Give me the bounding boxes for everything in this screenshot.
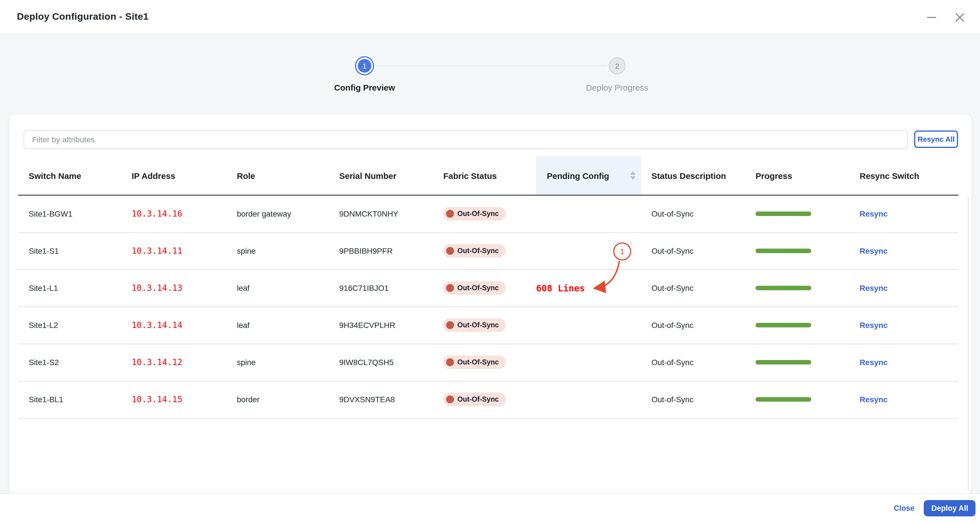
- column-header-status-description[interactable]: Status Description: [641, 156, 745, 195]
- dialog-footer: Close Deploy All: [0, 493, 980, 522]
- resync-cell: Resync: [849, 344, 959, 381]
- status-dot-icon: [446, 284, 454, 292]
- resync-link[interactable]: Resync: [860, 283, 888, 293]
- progress-bar: [756, 286, 811, 290]
- resync-all-button[interactable]: Resync All: [914, 130, 958, 148]
- status-badge: Out-Of-Sync: [443, 355, 506, 369]
- status-badge-label: Out-Of-Sync: [457, 210, 499, 218]
- screen: Deploy Configuration - Site1 1 2 Config …: [0, 0, 980, 522]
- serial-number-cell: 9DNMCKT0NHY: [329, 195, 433, 232]
- step-2-number: 2: [609, 57, 625, 74]
- step-1-ring: 1: [355, 56, 374, 75]
- sort-icon[interactable]: [630, 171, 636, 180]
- column-header-role[interactable]: Role: [226, 156, 329, 195]
- deploy-configuration-dialog: Deploy Configuration - Site1 1 2 Config …: [0, 0, 980, 522]
- status-badge-label: Out-Of-Sync: [457, 321, 499, 329]
- step-1-indicator[interactable]: 1: [355, 56, 374, 75]
- progress-bar: [756, 212, 811, 216]
- config-preview-card: Resync All Switch Name IP Address Role S…: [9, 115, 972, 493]
- resync-cell: Resync: [849, 195, 959, 232]
- status-badge: Out-Of-Sync: [443, 281, 506, 295]
- status-description-cell: Out-of-Sync: [641, 195, 745, 232]
- column-header-progress[interactable]: Progress: [745, 156, 849, 195]
- status-badge-label: Out-Of-Sync: [457, 395, 499, 403]
- deploy-all-button[interactable]: Deploy All: [924, 500, 975, 516]
- role-cell: border: [226, 381, 329, 418]
- status-badge-label: Out-Of-Sync: [457, 358, 499, 366]
- filter-input[interactable]: [24, 130, 908, 149]
- progress-bar: [756, 397, 811, 402]
- close-dialog-button[interactable]: Close: [894, 504, 915, 512]
- column-header-resync-switch[interactable]: Resync Switch: [849, 156, 959, 195]
- status-dot-icon: [446, 321, 454, 329]
- switches-table: Switch Name IP Address Role Serial Numbe…: [18, 156, 959, 418]
- switch-name-cell: Site1-L1: [18, 269, 121, 307]
- column-header-pending-config[interactable]: Pending Config: [536, 156, 641, 195]
- role-cell: leaf: [226, 307, 329, 344]
- role-cell: border gateway: [226, 195, 329, 232]
- fabric-status-cell: Out-Of-Sync: [433, 232, 536, 269]
- column-header-switch-name[interactable]: Switch Name: [18, 156, 121, 195]
- window-controls: [925, 0, 967, 34]
- ip-address-cell: 10.3.14.11: [121, 232, 226, 269]
- switch-name-cell: Site1-BL1: [18, 381, 121, 418]
- step-2-indicator[interactable]: 2: [609, 57, 625, 74]
- serial-number-cell: 9H34ECVPLHR: [329, 307, 433, 344]
- progress-bar: [756, 323, 811, 327]
- table-row: Site1-S2 10.3.14.12 spine 9IW8CL7QSH5 Ou…: [18, 344, 959, 381]
- fabric-status-cell: Out-Of-Sync: [433, 344, 536, 381]
- table-row: Site1-L2 10.3.14.14 leaf 9H34ECVPLHR Out…: [18, 307, 959, 344]
- resync-cell: Resync: [849, 232, 959, 269]
- column-header-fabric-status[interactable]: Fabric Status: [433, 156, 536, 195]
- close-icon: [953, 11, 966, 23]
- resync-link[interactable]: Resync: [860, 358, 888, 367]
- resync-link[interactable]: Resync: [860, 210, 888, 218]
- stepper-connector: [376, 65, 608, 66]
- pending-config-cell: [536, 381, 641, 418]
- sort-descending-icon: [630, 176, 636, 180]
- pending-config-header-label: Pending Config: [547, 171, 609, 180]
- close-button[interactable]: [953, 10, 967, 24]
- fabric-status-cell: Out-Of-Sync: [433, 195, 536, 232]
- ip-address-cell: 10.3.14.14: [121, 307, 226, 344]
- table-row: Site1-BGW1 10.3.14.16 border gateway 9DN…: [18, 195, 959, 232]
- resync-link[interactable]: Resync: [860, 247, 888, 255]
- pending-config-lines-link[interactable]: 608 Lines: [536, 283, 585, 293]
- pending-config-cell: [536, 344, 641, 381]
- resync-cell: Resync: [849, 307, 959, 344]
- pending-config-cell: [536, 195, 641, 232]
- role-cell: leaf: [226, 269, 329, 307]
- serial-number-cell: 916C71IBJO1: [329, 269, 433, 307]
- status-dot-icon: [446, 247, 454, 255]
- dialog-titlebar: Deploy Configuration - Site1: [0, 0, 980, 34]
- fabric-status-cell: Out-Of-Sync: [433, 381, 536, 418]
- minimize-button[interactable]: [925, 10, 939, 24]
- table-header-row: Switch Name IP Address Role Serial Numbe…: [18, 156, 959, 195]
- status-dot-icon: [446, 358, 454, 366]
- step-2-label: Deploy Progress: [555, 83, 679, 92]
- switch-name-cell: Site1-S1: [18, 232, 121, 269]
- progress-cell: [745, 232, 849, 269]
- progress-cell: [745, 344, 849, 381]
- minimize-icon: [926, 11, 938, 23]
- resync-link[interactable]: Resync: [860, 321, 888, 329]
- table-scrollbar[interactable]: [967, 197, 969, 492]
- resync-cell: Resync: [849, 381, 959, 418]
- resync-link[interactable]: Resync: [860, 395, 888, 404]
- status-badge: Out-Of-Sync: [443, 207, 506, 221]
- status-description-cell: Out-of-Sync: [641, 232, 745, 269]
- pending-config-cell: [536, 307, 641, 344]
- resync-cell: Resync: [849, 269, 959, 307]
- status-badge: Out-Of-Sync: [443, 393, 506, 406]
- column-header-serial-number[interactable]: Serial Number: [329, 156, 433, 195]
- fabric-status-cell: Out-Of-Sync: [433, 269, 536, 307]
- step-1-label: Config Preview: [303, 83, 426, 92]
- progress-bar: [756, 360, 811, 364]
- column-header-ip-address[interactable]: IP Address: [121, 156, 226, 195]
- ip-address-cell: 10.3.14.12: [121, 344, 226, 381]
- progress-cell: [745, 381, 849, 418]
- ip-address-cell: 10.3.14.16: [121, 195, 226, 232]
- switch-name-cell: Site1-BGW1: [18, 195, 121, 232]
- fabric-status-cell: Out-Of-Sync: [433, 307, 536, 344]
- status-description-cell: Out-of-Sync: [641, 344, 745, 381]
